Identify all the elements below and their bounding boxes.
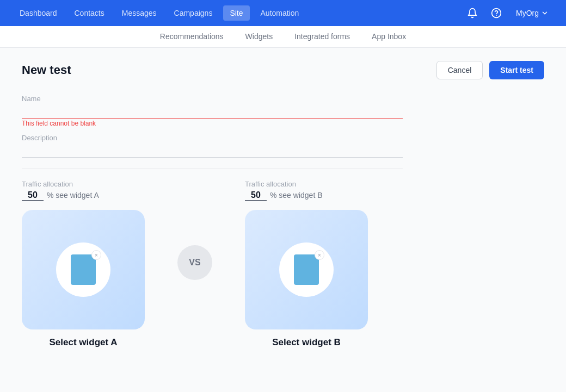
nav-item-campaigns[interactable]: Campaigns xyxy=(168,5,219,21)
notifications-icon[interactable] xyxy=(464,4,481,22)
page-title: New test xyxy=(22,63,71,77)
widget-a-icon: × xyxy=(71,254,96,285)
widget-b-col: Traffic allocation % see widget B × Sele… xyxy=(245,180,368,348)
sub-nav: Recommendations Widgets Integrated forms… xyxy=(0,26,566,48)
name-label: Name xyxy=(22,95,544,103)
subnav-recommendations[interactable]: Recommendations xyxy=(158,26,226,47)
subnav-app-inbox[interactable]: App Inbox xyxy=(370,26,408,47)
nav-item-site[interactable]: Site xyxy=(223,5,249,21)
widget-a-traffic-label: Traffic allocation xyxy=(22,180,73,188)
ab-section: Traffic allocation % see widget A × Sele… xyxy=(22,180,544,348)
widget-b-icon: × xyxy=(294,254,319,285)
widget-b-traffic-input[interactable] xyxy=(245,190,267,201)
widget-b-icon-circle: × xyxy=(279,242,334,297)
form-divider xyxy=(22,169,403,169)
subnav-widgets[interactable]: Widgets xyxy=(243,26,275,47)
org-label: MyOrg xyxy=(516,9,539,17)
widget-a-traffic-row: % see widget A xyxy=(22,190,99,201)
widget-a-close-icon: × xyxy=(91,250,101,260)
widget-b-traffic-label: Traffic allocation xyxy=(245,180,296,188)
widget-b-card[interactable]: × xyxy=(245,210,368,329)
org-menu[interactable]: MyOrg xyxy=(512,7,553,20)
widget-b-traffic-suffix: % see widget B xyxy=(270,191,323,200)
name-input[interactable] xyxy=(22,105,403,119)
description-field-group: Description xyxy=(22,134,544,158)
widget-a-traffic-input[interactable] xyxy=(22,190,44,201)
widget-b-close-icon: × xyxy=(315,250,324,260)
description-label: Description xyxy=(22,134,544,142)
widget-b-label: Select widget B xyxy=(272,337,341,348)
description-input[interactable] xyxy=(22,144,403,158)
start-test-button[interactable]: Start test xyxy=(489,61,544,79)
widget-a-label: Select widget A xyxy=(49,337,117,348)
nav-item-dashboard[interactable]: Dashboard xyxy=(13,5,64,21)
header-actions: Cancel Start test xyxy=(436,61,544,79)
nav-right: MyOrg xyxy=(464,4,553,22)
help-icon[interactable] xyxy=(488,4,505,22)
nav-item-messages[interactable]: Messages xyxy=(115,5,163,21)
nav-item-automation[interactable]: Automation xyxy=(254,5,306,21)
widget-a-traffic-suffix: % see widget A xyxy=(47,191,99,200)
nav-item-contacts[interactable]: Contacts xyxy=(68,5,111,21)
page-header: New test Cancel Start test xyxy=(22,61,544,79)
page-content: New test Cancel Start test Name This fie… xyxy=(0,48,566,392)
widget-a-col: Traffic allocation % see widget A × Sele… xyxy=(22,180,145,348)
name-error: This field cannot be blank xyxy=(22,120,544,127)
nav-links: Dashboard Contacts Messages Campaigns Si… xyxy=(13,5,305,21)
subnav-integrated-forms[interactable]: Integrated forms xyxy=(292,26,352,47)
cancel-button[interactable]: Cancel xyxy=(436,61,483,79)
widget-a-card[interactable]: × xyxy=(22,210,145,329)
widget-b-traffic-row: % see widget B xyxy=(245,190,323,201)
vs-badge: VS xyxy=(177,245,212,280)
top-nav: Dashboard Contacts Messages Campaigns Si… xyxy=(0,0,566,26)
widget-a-icon-circle: × xyxy=(56,242,110,297)
name-field-group: Name This field cannot be blank xyxy=(22,95,544,127)
